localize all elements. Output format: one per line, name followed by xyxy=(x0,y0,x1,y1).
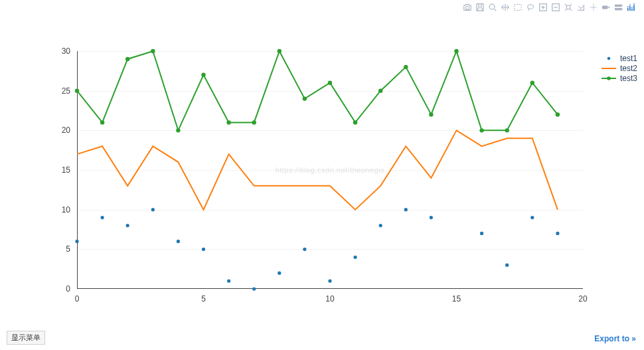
plotly-logo-icon[interactable] xyxy=(627,3,636,12)
series-marker-test3 xyxy=(303,96,307,100)
zoom-out-icon[interactable] xyxy=(551,3,560,12)
legend-label: test2 xyxy=(620,64,637,73)
plot-svg xyxy=(77,51,583,289)
svg-rect-21 xyxy=(633,5,635,11)
plot-toolbar xyxy=(463,3,636,12)
svg-point-24 xyxy=(631,7,633,8)
camera-icon[interactable] xyxy=(463,3,472,12)
series-marker-test3 xyxy=(479,128,483,132)
plot-area[interactable]: https://blog.csdn.net/theonegis 05101520… xyxy=(77,51,583,289)
series-marker-test1 xyxy=(151,208,155,211)
show-menu-button[interactable]: 显示菜单 xyxy=(7,331,45,345)
series-line-test2 xyxy=(77,130,558,209)
series-marker-test1 xyxy=(75,240,78,243)
legend-swatch-line-marker xyxy=(602,75,616,82)
lasso-select-icon[interactable] xyxy=(526,3,535,12)
series-marker-test3 xyxy=(429,112,433,116)
svg-rect-15 xyxy=(602,5,608,9)
series-marker-test1 xyxy=(354,256,357,259)
svg-rect-5 xyxy=(515,5,522,11)
svg-rect-20 xyxy=(631,9,633,11)
series-marker-test3 xyxy=(278,49,282,53)
series-marker-test1 xyxy=(227,279,230,282)
series-marker-test3 xyxy=(226,120,230,124)
spike-lines-icon[interactable] xyxy=(589,3,598,12)
svg-rect-1 xyxy=(478,4,481,7)
y-tick: 25 xyxy=(62,86,70,96)
svg-point-23 xyxy=(629,5,631,6)
series-marker-test3 xyxy=(556,112,560,116)
legend-item-test3[interactable]: test3 xyxy=(602,73,637,83)
y-tick: 0 xyxy=(66,284,70,294)
x-tick: 15 xyxy=(452,294,461,304)
series-marker-test3 xyxy=(454,49,458,53)
series-marker-test1 xyxy=(328,279,331,282)
y-tick: 10 xyxy=(62,205,70,215)
svg-point-29 xyxy=(607,76,611,80)
hover-closest-icon[interactable] xyxy=(602,3,611,12)
series-marker-test1 xyxy=(556,232,559,235)
series-marker-test3 xyxy=(75,88,79,92)
series-marker-test1 xyxy=(101,216,104,219)
box-select-icon[interactable] xyxy=(513,3,523,12)
svg-rect-19 xyxy=(629,6,631,11)
y-tick: 15 xyxy=(62,165,70,175)
svg-rect-2 xyxy=(478,8,483,11)
series-marker-test3 xyxy=(252,120,256,124)
y-tick: 30 xyxy=(62,46,70,56)
autoscale-icon[interactable] xyxy=(564,3,573,12)
legend-swatch-line xyxy=(602,65,616,72)
svg-point-25 xyxy=(633,3,635,5)
svg-point-26 xyxy=(607,56,611,60)
save-icon[interactable] xyxy=(475,3,485,12)
series-marker-test1 xyxy=(379,224,382,227)
pan-icon[interactable] xyxy=(501,3,510,12)
svg-rect-12 xyxy=(566,5,570,9)
x-tick: 10 xyxy=(325,294,334,304)
svg-rect-16 xyxy=(615,5,622,7)
series-marker-test1 xyxy=(480,232,483,235)
series-marker-test3 xyxy=(151,49,155,53)
legend-label: test1 xyxy=(620,54,637,63)
legend-label: test3 xyxy=(620,74,637,83)
reset-axes-icon[interactable] xyxy=(576,3,586,12)
series-marker-test1 xyxy=(430,216,433,219)
page: https://blog.csdn.net/theonegis 05101520… xyxy=(0,0,644,350)
svg-point-3 xyxy=(489,4,495,9)
series-marker-test1 xyxy=(126,224,129,227)
series-marker-test1 xyxy=(202,248,205,251)
zoom-in-icon[interactable] xyxy=(538,3,548,12)
y-tick: 20 xyxy=(62,126,70,135)
series-marker-test3 xyxy=(530,81,534,85)
series-line-test3 xyxy=(77,51,558,130)
x-tick: 5 xyxy=(201,294,206,304)
series-marker-test1 xyxy=(505,264,509,267)
series-marker-test3 xyxy=(176,128,180,132)
series-marker-test1 xyxy=(404,208,408,211)
series-marker-test3 xyxy=(378,88,382,92)
series-marker-test1 xyxy=(303,248,306,251)
legend-item-test1[interactable]: test1 xyxy=(602,53,637,63)
y-tick: 5 xyxy=(66,244,70,254)
x-tick: 20 xyxy=(578,294,587,304)
series-marker-test3 xyxy=(404,65,408,69)
svg-rect-17 xyxy=(615,8,622,11)
zoom-icon[interactable] xyxy=(488,3,497,12)
hover-compare-icon[interactable] xyxy=(614,3,623,12)
legend-item-test2[interactable]: test2 xyxy=(602,63,637,73)
series-marker-test3 xyxy=(505,128,509,132)
series-marker-test1 xyxy=(252,287,256,290)
svg-rect-18 xyxy=(627,8,629,11)
series-marker-test1 xyxy=(177,240,180,243)
svg-line-4 xyxy=(495,9,497,11)
series-marker-test1 xyxy=(278,272,281,275)
x-tick: 0 xyxy=(75,294,80,304)
series-marker-test3 xyxy=(100,120,104,124)
legend: test1 test2 test3 xyxy=(602,53,637,83)
series-marker-test3 xyxy=(328,81,332,85)
series-marker-test3 xyxy=(125,57,129,61)
svg-point-6 xyxy=(528,5,534,9)
series-marker-test1 xyxy=(530,216,534,219)
export-link[interactable]: Export to » xyxy=(594,334,636,343)
series-marker-test3 xyxy=(353,120,357,124)
